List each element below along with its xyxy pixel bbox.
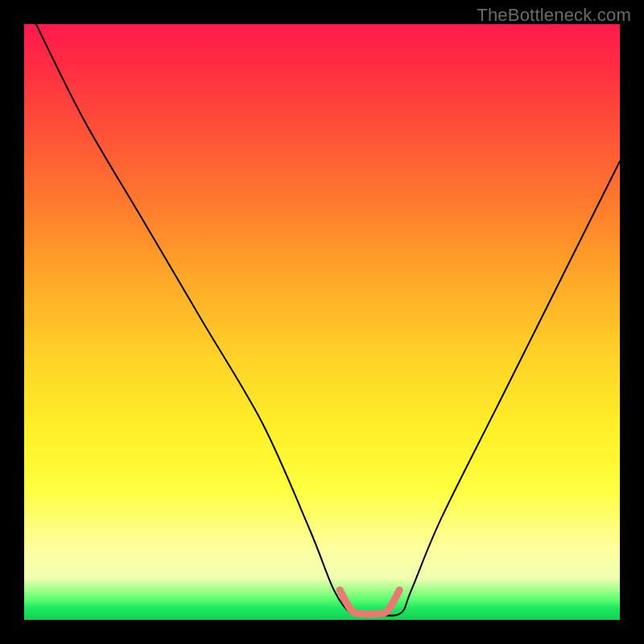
- chart-svg: [24, 24, 620, 620]
- chart-frame: TheBottleneck.com: [0, 0, 644, 644]
- watermark-text: TheBottleneck.com: [477, 5, 631, 26]
- chart-plot-area: [24, 24, 620, 620]
- optimal-band-line: [340, 590, 399, 614]
- bottleneck-curve-line: [36, 24, 620, 616]
